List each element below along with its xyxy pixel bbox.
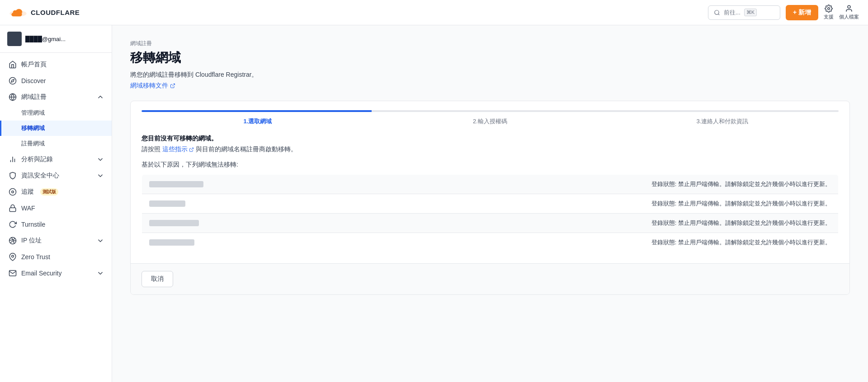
globe-icon — [9, 93, 17, 101]
domain-name-cell: ██ ██████ — [142, 233, 325, 252]
sidebar-item-turnstile-label: Turnstile — [21, 221, 45, 228]
chevron-down-icon3 — [96, 237, 104, 245]
sidebar-nav: 帳戶首頁 Discover 網域註冊 — [0, 53, 112, 382]
logo[interactable]: CLOUDFLARE — [9, 7, 80, 19]
breadcrumb: 網域註冊 — [130, 40, 850, 47]
search-kbd: ⌘K — [744, 9, 757, 16]
sidebar-item-ip-label: IP 位址 — [21, 237, 42, 245]
tracking-badge: 測試版 — [40, 188, 58, 196]
sidebar-item-transfer-domain[interactable]: 移轉網域 — [0, 121, 112, 136]
docs-link[interactable]: 網域移轉文件 — [130, 82, 175, 90]
sidebar-item-security[interactable]: 資訊安全中心 — [0, 168, 112, 184]
external-link-icon — [170, 83, 175, 89]
page-description: 將您的網域註冊移轉到 Cloudflare Registrar。 — [130, 71, 850, 79]
svg-rect-13 — [9, 208, 16, 211]
sidebar-item-analytics-label: 分析與記錄 — [21, 155, 53, 163]
svg-point-4 — [9, 78, 16, 84]
page-title: 移轉網域 — [130, 49, 850, 66]
topnav: CLOUDFLARE 前往... ⌘K + 新增 支援 個人檔案 — [0, 0, 868, 25]
chevron-down-icon4 — [96, 269, 104, 277]
chevron-up-icon — [96, 93, 104, 101]
table-row: ████ ██登錄狀態: 禁止用戶端傳輸。請解除鎖定並允許幾個小時以進行更新。 — [142, 194, 839, 214]
cancel-button[interactable]: 取消 — [142, 271, 173, 287]
avatar — [7, 32, 22, 46]
steps-container: 1.選取網域 2.輸入授權碼 3.連絡人和付款資訊 — [131, 101, 849, 126]
main-layout: ████@gmai... 帳戶首頁 Discover — [0, 25, 868, 382]
table-row: ██ ██████登錄狀態: 禁止用戶端傳輸。請解除鎖定並允許幾個小時以進行更新… — [142, 233, 839, 252]
search-bar[interactable]: 前往... ⌘K — [708, 5, 780, 20]
card-footer: 取消 — [131, 263, 849, 294]
domain-name-cell: ██████ ███ — [142, 175, 325, 194]
sidebar-item-manage-domain[interactable]: 管理網域 — [0, 105, 112, 121]
email-icon — [9, 269, 17, 277]
progress-bar-track — [142, 110, 839, 112]
settings-button[interactable]: 支援 — [824, 5, 834, 20]
instructions-link[interactable]: 這些指示 — [162, 145, 194, 154]
sidebar-item-waf[interactable]: WAF — [0, 200, 112, 216]
domain-name-cell: ████ ██ — [142, 194, 325, 214]
analytics-icon — [9, 155, 17, 163]
home-icon — [9, 61, 17, 69]
sidebar: ████@gmai... 帳戶首頁 Discover — [0, 25, 112, 382]
sidebar-item-zerotrust[interactable]: Zero Trust — [0, 249, 112, 265]
no-domains-title: 您目前沒有可移轉的網域。 — [142, 135, 839, 143]
domain-status-cell: 登錄狀態: 禁止用戶端傳輸。請解除鎖定並允許幾個小時以進行更新。 — [324, 233, 838, 252]
sidebar-item-domain-label: 網域註冊 — [21, 93, 47, 101]
sidebar-item-register-domain[interactable]: 註冊網域 — [0, 136, 112, 151]
svg-point-15 — [12, 255, 14, 257]
domain-status-cell: 登錄狀態: 禁止用戶端傳輸。請解除鎖定並允許幾個小時以進行更新。 — [324, 194, 838, 214]
sidebar-item-discover-label: Discover — [21, 77, 46, 84]
profile-label: 個人檔案 — [839, 14, 859, 20]
steps-labels: 1.選取網域 2.輸入授權碼 3.連絡人和付款資訊 — [142, 117, 839, 126]
svg-line-16 — [172, 84, 175, 87]
support-label: 支援 — [824, 14, 834, 20]
sidebar-item-tracking[interactable]: 追蹤 測試版 — [0, 184, 112, 200]
no-domains-desc: 請按照 這些指示 與目前的網域名稱註冊商啟動移轉。 — [142, 145, 839, 154]
docs-link-label: 網域移轉文件 — [130, 82, 168, 90]
instructions-link-label: 這些指示 — [162, 145, 188, 154]
sidebar-item-home[interactable]: 帳戶首頁 — [0, 56, 112, 73]
sidebar-item-domain-reg[interactable]: 網域註冊 — [0, 89, 112, 105]
tracking-icon — [9, 188, 17, 196]
sidebar-item-email-label: Email Security — [21, 270, 61, 277]
domain-name-cell: ███ ██████ — [142, 214, 325, 233]
cannot-transfer-label: 基於以下原因，下列網域無法移轉: — [142, 161, 839, 169]
svg-point-1 — [715, 10, 719, 14]
sidebar-item-discover[interactable]: Discover — [0, 73, 112, 89]
svg-marker-5 — [11, 79, 14, 82]
turnstile-icon — [9, 220, 17, 228]
progress-fill — [142, 110, 372, 112]
sidebar-item-turnstile[interactable]: Turnstile — [0, 216, 112, 233]
domain-status-cell: 登錄狀態: 禁止用戶端傳輸。請解除鎖定並允許幾個小時以進行更新。 — [324, 175, 838, 194]
sidebar-item-analytics[interactable]: 分析與記錄 — [0, 151, 112, 168]
search-placeholder: 前往... — [724, 9, 741, 17]
svg-point-11 — [9, 189, 16, 196]
transfer-card: 1.選取網域 2.輸入授權碼 3.連絡人和付款資訊 您目前沒有可移轉的網域。 請… — [130, 101, 850, 295]
add-button[interactable]: + 新增 — [786, 5, 818, 20]
domain-sub-menu: 管理網域 移轉網域 註冊網域 — [0, 105, 112, 151]
external-link-icon2 — [189, 147, 194, 152]
step-1-label: 1.選取網域 — [142, 117, 374, 126]
waf-icon — [9, 204, 17, 212]
sidebar-item-email-security[interactable]: Email Security — [0, 265, 112, 281]
discover-icon — [9, 77, 17, 85]
account-switcher[interactable]: ████@gmai... — [0, 25, 112, 53]
table-row: ███ ██████登錄狀態: 禁止用戶端傳輸。請解除鎖定並允許幾個小時以進行更… — [142, 214, 839, 233]
sidebar-item-home-label: 帳戶首頁 — [21, 61, 47, 69]
zerotrust-icon — [9, 253, 17, 261]
sidebar-item-security-label: 資訊安全中心 — [21, 172, 59, 180]
content-section: 您目前沒有可移轉的網域。 請按照 這些指示 與目前的網域名稱註冊商啟動移轉。 基… — [131, 135, 849, 263]
profile-button[interactable]: 個人檔案 — [839, 5, 859, 20]
sidebar-item-zerotrust-label: Zero Trust — [21, 253, 50, 261]
table-row: ██████ ███登錄狀態: 禁止用戶端傳輸。請解除鎖定並允許幾個小時以進行更… — [142, 175, 839, 194]
main-content: 網域註冊 移轉網域 將您的網域註冊移轉到 Cloudflare Registra… — [112, 25, 868, 382]
svg-point-2 — [828, 8, 830, 10]
no-domains-suffix: 與目前的網域名稱註冊商啟動移轉。 — [196, 145, 297, 153]
svg-line-17 — [191, 148, 193, 150]
chevron-down-icon — [96, 155, 104, 163]
step-3-label: 3.連絡人和付款資訊 — [606, 117, 839, 126]
sidebar-item-ip[interactable]: IP 位址 — [0, 233, 112, 249]
chevron-down-icon2 — [96, 172, 104, 180]
ip-icon — [9, 237, 17, 245]
account-name: ████@gmai... — [25, 36, 66, 42]
